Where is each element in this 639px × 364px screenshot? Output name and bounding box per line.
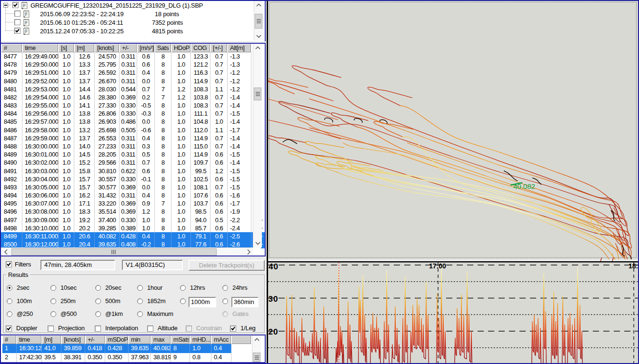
svg-text:40: 40 (269, 262, 279, 271)
svg-text:17:00: 17:00 (429, 262, 446, 270)
svg-text:20: 20 (269, 327, 279, 336)
svg-text:30: 30 (269, 295, 279, 304)
svg-text:40.082: 40.082 (513, 182, 535, 190)
svg-text:18:0: 18:0 (629, 262, 639, 270)
